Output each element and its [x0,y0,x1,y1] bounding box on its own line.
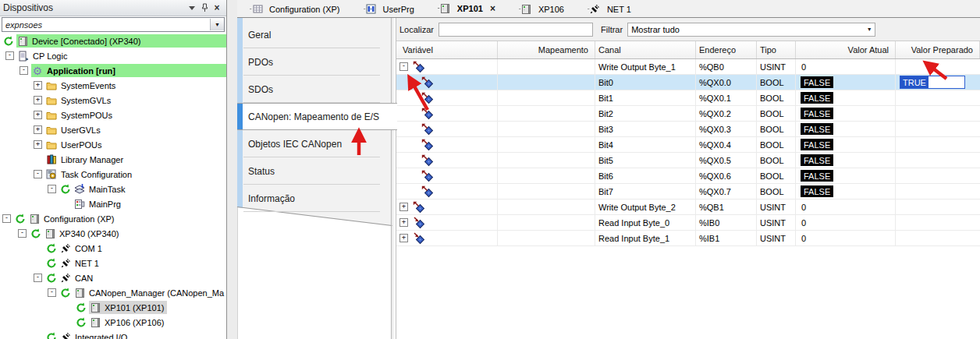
column-header-tipo[interactable]: Tipo [757,41,796,58]
side-tab-canopen-mapeamento-de-e-s[interactable]: CANopen: Mapeamento de E/S [237,103,397,130]
address-cell: %QX0.3 [696,122,757,136]
table-row[interactable]: Bit3%QX0.3BOOLFALSE [396,122,980,137]
prepared-value-cell[interactable] [896,137,980,152]
side-tab-geral[interactable]: Geral [237,21,391,48]
tree-item[interactable]: Library Manager [0,152,226,167]
table-row[interactable]: Bit2%QX0.2BOOLFALSE [396,106,980,122]
row-expander-icon[interactable]: + [399,234,408,242]
table-row[interactable]: Bit5%QX0.5BOOLFALSE [396,153,980,168]
prepared-value-cell[interactable] [896,59,980,74]
tree-item[interactable]: +SystemEvents [0,78,226,93]
tree-item[interactable]: -XP340 (XP340) [0,226,226,241]
table-row[interactable]: +Read Input Byte_0%IB0USINT0 [396,215,980,231]
tree-item[interactable]: +UserGVLs [0,122,226,137]
prepared-value-cell[interactable] [896,215,980,230]
tree-expander-icon[interactable]: + [34,111,42,119]
side-tab-objetos-iec-canopen[interactable]: Objetos IEC CANopen [237,130,391,157]
side-tab-pdos[interactable]: PDOs [237,48,391,76]
tree-item[interactable]: -CAN [0,270,226,285]
side-tab-informa-o[interactable]: Informação [237,185,391,212]
prepared-value-cell[interactable] [896,153,980,168]
table-row[interactable]: -Write Output Byte_1%QB0USINT0 [396,59,980,75]
mapped-input-variable-icon [413,232,425,245]
tree-item[interactable]: XP106 (XP106) [0,315,226,330]
prepared-value-cell[interactable] [896,184,980,199]
panel-menu-icon[interactable] [186,2,198,13]
row-expander-icon[interactable]: - [399,62,408,71]
close-icon[interactable]: × [490,5,495,12]
side-tab-status[interactable]: Status [237,157,391,185]
row-expander-icon[interactable]: + [399,218,408,227]
current-value-chip: FALSE [801,170,833,182]
tree-expander-icon[interactable]: - [34,170,42,178]
tab-configuration-xp-[interactable]: Configuration (XP) [242,1,350,17]
tree-expander-icon[interactable]: + [34,125,42,134]
table-row[interactable]: Bit7%QX0.7BOOLFALSE [396,184,980,200]
prepared-value-cell[interactable] [896,106,980,121]
prepared-value-cell[interactable] [896,231,980,245]
tree-expander-icon[interactable]: + [34,96,42,104]
tree-item[interactable]: XP101 (XP101) [0,300,226,315]
tree-item[interactable]: -CP Logic [0,48,226,63]
prepared-value-cell[interactable]: TRUE [896,75,980,90]
table-row[interactable]: Bit0%QX0.0BOOLFALSETRUE [396,75,980,90]
column-header-vari-vel[interactable]: Variável [396,41,498,58]
tree-item[interactable]: -MainTask [0,182,226,196]
column-header-endere-o[interactable]: Endereço [696,41,757,58]
device-filter-combobox[interactable]: expnsoes ▼ [2,17,225,32]
tree-expander-icon[interactable]: - [20,66,28,75]
tree-expander-icon[interactable]: + [34,140,42,149]
side-tab-sdos[interactable]: SDOs [237,76,391,103]
tree-item[interactable]: +SystemPOUs [0,108,226,122]
tree-item[interactable]: +UserPOUs [0,137,226,152]
table-row[interactable]: Bit1%QX0.1BOOLFALSE [396,90,980,106]
tree-item[interactable]: Device [Conectado] (XP340) [0,34,226,48]
tree-item[interactable]: -Task Configuration [0,167,226,182]
tree-item[interactable]: -Configuration (XP) [0,211,226,226]
tree-expander-icon[interactable]: - [48,185,56,193]
prepared-value-cell[interactable] [896,168,980,183]
table-row[interactable]: +Write Output Byte_2%QB1USINT0 [396,200,980,215]
tree-item[interactable]: MainPrg [0,196,226,211]
prepared-value-cell[interactable] [896,200,980,214]
tree-expander-icon[interactable]: - [34,274,42,282]
row-expander-icon[interactable]: + [399,203,408,211]
tree-expander-icon[interactable]: - [5,51,14,60]
tree-expander-icon[interactable]: - [48,288,56,297]
tree-expander-icon[interactable]: - [18,229,27,238]
tree-item[interactable]: Integrated I/O [0,330,226,339]
close-icon[interactable]: × [211,2,223,13]
tab-userprg[interactable]: UserPrg [356,1,424,17]
mapping-cell [498,137,595,152]
table-row[interactable]: +Read Input Byte_1%IB1USINT0 [396,231,980,246]
tree-item[interactable]: NET 1 [0,256,226,270]
chevron-down-icon[interactable]: ▼ [210,19,224,30]
prepared-value-cell[interactable] [896,122,980,136]
io-mapping-toolbar: Localizar Filtrar Mostrar tudo ▼ [396,18,980,41]
tab-xp106[interactable]: XP106 [511,1,573,17]
column-header-mapeamento[interactable]: Mapeamento [498,41,595,58]
tree-expander-icon[interactable]: + [34,81,42,90]
tree-item[interactable]: -CANopen_Manager (CANopen_Ma [0,285,226,300]
chevron-down-icon[interactable]: ▼ [864,26,875,32]
column-header-valor-preparado[interactable]: Valor Preparado [896,41,980,58]
table-row[interactable]: Bit6%QX0.6BOOLFALSE [396,168,980,184]
find-input[interactable] [439,23,593,37]
tree-item[interactable]: COM 1 [0,241,226,256]
prepared-value-editor[interactable]: TRUE [900,76,965,89]
tree-item-label: XP106 (XP106) [103,318,167,327]
tree-item-highlight: Device [Conectado] (XP340) [16,34,226,48]
panel-splitter[interactable] [227,0,238,339]
tab-net-1[interactable]: NET 1 [580,1,641,17]
column-header-canal[interactable]: Canal [595,41,696,58]
tree-item[interactable]: +SystemGVLs [0,93,226,108]
table-row[interactable]: Bit4%QX0.4BOOLFALSE [396,137,980,153]
column-header-valor-atual[interactable]: Valor Atual [796,41,896,58]
address-cell: %QX0.6 [696,168,757,183]
pin-icon[interactable] [198,2,211,13]
tab-xp101[interactable]: XP101× [430,0,505,17]
tree-item[interactable]: -⚙Application [run] [0,63,226,78]
tree-expander-icon[interactable]: - [2,214,11,223]
prepared-value-cell[interactable] [896,90,980,105]
filter-combobox[interactable]: Mostrar tudo ▼ [627,23,875,37]
